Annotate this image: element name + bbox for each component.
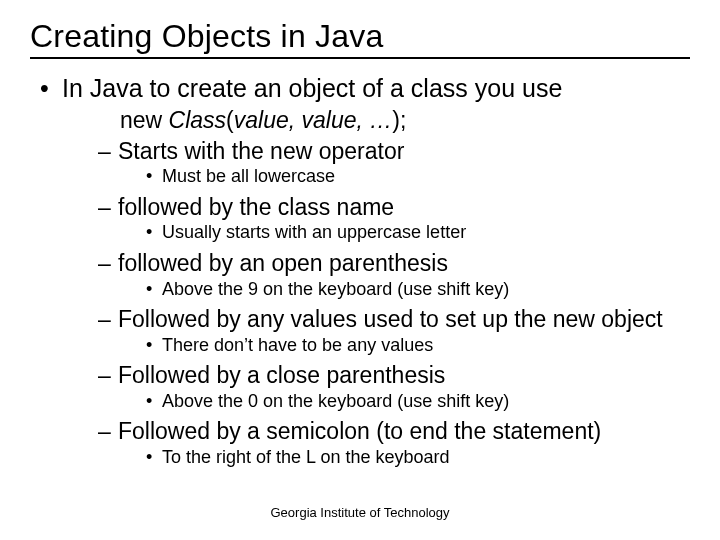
sub-item-values: Followed by any values used to set up th… [98, 305, 690, 357]
sub-item-open-paren: followed by an open parenthesis Above th… [98, 249, 690, 301]
detail-key-0: Above the 0 on the keyboard (use shift k… [146, 390, 690, 413]
slide-footer: Georgia Institute of Technology [0, 505, 720, 520]
main-bullet: In Java to create an object of a class y… [40, 73, 690, 469]
bullet-list-level0: In Java to create an object of a class y… [30, 73, 690, 469]
sub-item-new-operator: Starts with the new operator Must be all… [98, 137, 690, 189]
bullet-list-level2: To the right of the L on the keyboard [118, 446, 690, 469]
bullet-list-level2: Above the 0 on the keyboard (use shift k… [118, 390, 690, 413]
code-close-paren: ); [392, 107, 406, 133]
sub-item-close-paren: Followed by a close parenthesis Above th… [98, 361, 690, 413]
bullet-list-level2: Usually starts with an uppercase letter [118, 221, 690, 244]
code-class-name: Class [169, 107, 227, 133]
bullet-list-level2: There don’t have to be any values [118, 334, 690, 357]
slide: Creating Objects in Java In Java to crea… [0, 0, 720, 540]
sub-item-text: Followed by a semicolon (to end the stat… [118, 418, 601, 444]
code-arguments: value, value, … [234, 107, 393, 133]
bullet-list-level1: Starts with the new operator Must be all… [62, 137, 690, 470]
sub-item-text: Followed by a close parenthesis [118, 362, 445, 388]
main-bullet-text: In Java to create an object of a class y… [62, 74, 562, 102]
code-open-paren: ( [226, 107, 234, 133]
sub-item-text: followed by an open parenthesis [118, 250, 448, 276]
sub-item-semicolon: Followed by a semicolon (to end the stat… [98, 417, 690, 469]
detail-uppercase: Usually starts with an uppercase letter [146, 221, 690, 244]
sub-item-class-name: followed by the class name Usually start… [98, 193, 690, 245]
sub-item-text: followed by the class name [118, 194, 394, 220]
bullet-list-level2: Must be all lowercase [118, 165, 690, 188]
detail-key-9: Above the 9 on the keyboard (use shift k… [146, 278, 690, 301]
code-new-keyword: new [120, 107, 169, 133]
bullet-list-level2: Above the 9 on the keyboard (use shift k… [118, 278, 690, 301]
detail-no-values: There don’t have to be any values [146, 334, 690, 357]
slide-title: Creating Objects in Java [30, 18, 690, 59]
detail-lowercase: Must be all lowercase [146, 165, 690, 188]
sub-item-text: Starts with the new operator [118, 138, 404, 164]
code-expression: new Class(value, value, …); [120, 107, 690, 135]
sub-item-text: Followed by any values used to set up th… [118, 306, 663, 332]
detail-key-l: To the right of the L on the keyboard [146, 446, 690, 469]
